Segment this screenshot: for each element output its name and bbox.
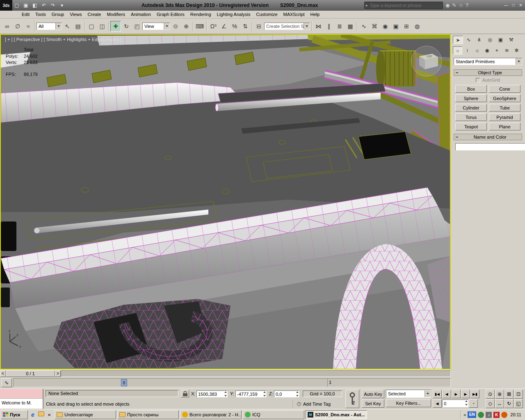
time-slider-track[interactable] xyxy=(61,370,451,377)
open-file-icon[interactable]: ▣ xyxy=(21,1,30,9)
angle-snap-icon[interactable]: ∠ xyxy=(219,21,229,32)
viewcube[interactable]: TOP xyxy=(411,46,442,76)
named-selection-sets-icon[interactable]: ⊟ xyxy=(253,21,264,32)
align-icon[interactable]: ∥ xyxy=(324,21,334,32)
schematic-view-icon[interactable]: ⌘ xyxy=(369,21,380,32)
primitive-tube-button[interactable]: Tube xyxy=(489,104,520,112)
auto-key-button[interactable]: Auto Key xyxy=(362,390,384,398)
chevron-down-icon[interactable] xyxy=(304,23,310,30)
menu-help[interactable]: Help xyxy=(308,11,323,18)
viewport-canvas[interactable]: TOP [ + ] [ Perspective ] [ Smooth + Hig… xyxy=(1,35,450,369)
current-frame-field[interactable] xyxy=(442,399,468,407)
graphite-ribbon-icon[interactable]: ▦ xyxy=(345,21,356,32)
tray-app-icon[interactable] xyxy=(501,412,507,418)
quick-launch-chevron-icon[interactable]: « xyxy=(46,411,53,418)
infocenter-search[interactable]: ▸ xyxy=(364,2,443,9)
primitive-torus-button[interactable]: Torus xyxy=(455,113,487,121)
help-icon[interactable]: ? xyxy=(466,2,468,9)
save-file-icon[interactable]: ◧ xyxy=(30,1,39,9)
open-mini-curve-editor-icon[interactable]: ∿ xyxy=(1,378,12,387)
select-and-manipulate-icon[interactable]: ⊕ xyxy=(181,21,192,32)
unlink-selection-icon[interactable]: ∅ xyxy=(12,21,23,32)
project-folder-icon[interactable]: ▾ xyxy=(57,1,66,9)
render-production-icon[interactable]: ◍ xyxy=(412,21,422,32)
x-coordinate-field[interactable] xyxy=(196,390,228,397)
tab-create-icon[interactable]: ➤ xyxy=(453,36,463,44)
primitive-geosphere-button[interactable]: GeoSphere xyxy=(489,94,520,102)
show-desktop-icon[interactable] xyxy=(37,411,45,418)
viewport-label[interactable]: [ + ] [ Perspective ] [ Smooth + Highlig… xyxy=(5,37,121,42)
tab-modify-icon[interactable]: ∿ xyxy=(463,36,474,44)
category-helpers-icon[interactable]: ⌖ xyxy=(492,46,502,55)
tab-utilities-icon[interactable]: ⚒ xyxy=(506,36,516,44)
next-frame-arrow-icon[interactable]: > xyxy=(55,370,61,377)
bind-to-space-warp-icon[interactable]: ≈ xyxy=(23,21,34,32)
category-shapes-icon[interactable]: ≀ xyxy=(463,46,472,55)
pan-view-icon[interactable]: ↔ xyxy=(495,399,504,408)
percent-snap-icon[interactable]: % xyxy=(229,21,240,32)
set-key-button[interactable]: Set Key xyxy=(362,399,384,408)
menu-views[interactable]: Views xyxy=(67,11,84,18)
tab-hierarchy-icon[interactable]: ⋔ xyxy=(474,36,484,44)
subscription-icon[interactable]: ✎ xyxy=(452,2,456,9)
tab-motion-icon[interactable]: ◎ xyxy=(485,36,495,44)
select-object-icon[interactable]: ↖ xyxy=(62,21,73,32)
spinner-snap-icon[interactable]: ⇅ xyxy=(240,21,251,32)
maximize-button[interactable]: □ xyxy=(510,2,516,8)
category-spacewarps-icon[interactable]: ≋ xyxy=(502,46,511,55)
search-binoculars-icon[interactable]: ◉ xyxy=(445,2,450,9)
object-type-rollout[interactable]: − Object Type xyxy=(454,69,522,76)
primitive-teapot-button[interactable]: Teapot xyxy=(455,123,487,130)
named-selection-combo[interactable]: Create Selection Se xyxy=(264,23,310,30)
menu-group[interactable]: Group xyxy=(49,11,67,18)
menu-maxscript[interactable]: MAXScript xyxy=(281,11,308,18)
time-configuration-icon[interactable]: ◔ xyxy=(469,399,478,408)
track-bar-ruler[interactable]: 0 1 xyxy=(13,378,451,387)
name-and-color-rollout[interactable]: − Name and Color xyxy=(454,134,522,140)
chevron-down-icon[interactable] xyxy=(55,23,62,30)
taskbar-item-undercarriage[interactable]: Undercarriage xyxy=(55,410,116,419)
search-input[interactable] xyxy=(369,2,443,8)
primitives-category-combo[interactable]: Standard Primitives xyxy=(454,58,522,65)
tray-chevron-icon[interactable]: « xyxy=(463,412,466,417)
internet-explorer-icon[interactable]: e xyxy=(29,411,37,418)
rendered-frame-icon[interactable]: ⊞ xyxy=(401,21,412,32)
macro-recorder-pane[interactable] xyxy=(0,389,43,399)
snaps-toggle-icon[interactable]: Ω³ xyxy=(208,21,219,32)
maxscript-mini-listener[interactable]: Welcome to M. xyxy=(0,389,43,409)
start-button[interactable]: Пуск xyxy=(1,410,28,419)
3dsmax-logo-icon[interactable]: 3ds xyxy=(0,0,12,11)
window-crossing-icon[interactable]: ◫ xyxy=(97,21,107,32)
menu-rendering[interactable]: Rendering xyxy=(187,11,214,18)
menu-tools[interactable]: Tools xyxy=(32,11,49,18)
next-frame-icon[interactable]: ▶ xyxy=(461,390,470,398)
reference-coordinate-combo[interactable]: View xyxy=(142,23,170,30)
tray-status-icon[interactable] xyxy=(478,412,484,418)
search-go-icon[interactable]: ▸ xyxy=(365,3,369,7)
zoom-icon[interactable]: ⊙ xyxy=(486,390,495,399)
selection-region-icon[interactable]: ▢ xyxy=(86,21,97,32)
category-cameras-icon[interactable]: ◉ xyxy=(482,46,492,55)
key-step-toggle-icon[interactable]: ◀ xyxy=(433,399,442,408)
menu-modifiers[interactable]: Modifiers xyxy=(104,11,128,18)
go-to-end-icon[interactable]: ▶▮ xyxy=(470,390,479,398)
chevron-down-icon[interactable] xyxy=(164,23,170,30)
current-frame-marker[interactable]: 0 xyxy=(121,379,127,386)
time-slider-handle[interactable]: 0 / 1 xyxy=(6,370,55,377)
render-setup-icon[interactable]: ▣ xyxy=(390,21,401,32)
y-coordinate-field[interactable] xyxy=(235,390,267,397)
perspective-viewport[interactable]: TOP [ + ] [ Perspective ] [ Smooth + Hig… xyxy=(0,34,451,370)
zoom-extents-icon[interactable]: ⊠ xyxy=(504,390,514,399)
select-by-name-icon[interactable]: ▤ xyxy=(73,21,83,32)
primitive-sphere-button[interactable]: Sphere xyxy=(455,94,487,102)
taskbar-item-conversations[interactable]: Всего разговоров: 2 - Н... xyxy=(180,410,242,419)
z-coordinate-field[interactable] xyxy=(274,390,299,397)
chevron-down-icon[interactable] xyxy=(425,390,431,397)
menu-animation[interactable]: Animation xyxy=(128,11,154,18)
zoom-all-icon[interactable]: ⊛ xyxy=(495,390,504,399)
selection-lock-icon[interactable] xyxy=(181,390,189,397)
autogrid-checkbox[interactable] xyxy=(476,78,480,82)
taskbar-item-icq[interactable]: ICQ xyxy=(243,410,304,419)
select-and-scale-icon[interactable]: ◰ xyxy=(132,21,142,32)
previous-frame-arrow-icon[interactable]: < xyxy=(0,370,6,377)
